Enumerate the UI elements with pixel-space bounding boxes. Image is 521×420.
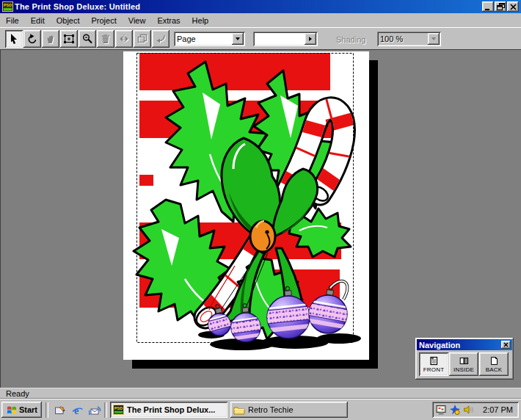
svg-text:e: e [73, 405, 78, 416]
item-select[interactable] [253, 32, 318, 46]
magnifier-icon [81, 33, 93, 45]
rotate-tool-button[interactable] [23, 30, 41, 48]
task-button-retro-techie[interactable]: Retro Techie [230, 402, 348, 418]
scheduler-icon[interactable] [449, 404, 461, 416]
close-icon [510, 4, 517, 10]
menu-bar: File Edit Object Project View Extras Hel… [0, 13, 521, 27]
task-button-print-shop[interactable]: PSD The Print Shop Delux... [110, 402, 227, 418]
shading-label: Shading [336, 35, 365, 44]
tray-clock[interactable]: 2:07 PM [483, 405, 513, 414]
hand-icon [45, 33, 57, 45]
page-select[interactable]: Page [174, 32, 245, 46]
zoom-frame-icon [63, 33, 75, 45]
minimize-icon [484, 4, 492, 10]
pointer-icon [8, 33, 20, 45]
desktop: { "window": { "title": "The Print Shop D… [0, 0, 521, 420]
shading-value: 100 % [377, 35, 428, 43]
task-label: The Print Shop Delux... [127, 405, 215, 414]
item-select-arrow-button[interactable] [305, 33, 316, 45]
trash-icon [100, 33, 112, 45]
revert-tool-button[interactable] [152, 30, 170, 48]
taskbar-separator [104, 402, 107, 418]
chevron-down-icon [236, 37, 240, 40]
system-tray: 2:07 PM [432, 402, 519, 418]
navigation-buttons: FRONT INSIDE BACK [419, 352, 509, 376]
quick-launch-show-desktop[interactable] [51, 403, 68, 418]
undo-icon [155, 33, 167, 45]
menu-item-object[interactable]: Object [51, 15, 86, 26]
magnifier-tool-button[interactable] [79, 30, 96, 48]
status-text: Ready [6, 389, 29, 398]
nav-back-button[interactable]: BACK [479, 352, 509, 376]
taskbar: Start e PSD The Print Shop Delux... [0, 399, 521, 420]
app-icon[interactable]: PSD [2, 1, 13, 12]
quick-launch-internet-explorer[interactable]: e [69, 403, 85, 418]
internet-explorer-icon: e [71, 405, 84, 417]
menu-item-extras[interactable]: Extras [151, 15, 186, 26]
title-bar[interactable]: PSD The Print Shop Deluxe: Untitled [0, 0, 521, 13]
zoom-frame-tool-button[interactable] [60, 30, 78, 48]
nav-front-button[interactable]: FRONT [419, 352, 448, 376]
menu-item-view[interactable]: View [123, 15, 152, 26]
quick-launch-outlook-express[interactable] [87, 403, 103, 418]
nav-inside-label: INSIDE [453, 366, 474, 373]
delete-tool-button[interactable] [97, 30, 114, 48]
nav-front-label: FRONT [423, 366, 445, 373]
task-label: Retro Techie [248, 405, 294, 414]
folder-icon [233, 405, 245, 415]
navigation-title-bar[interactable]: Navigation [417, 339, 512, 350]
status-bar: Ready [0, 388, 521, 399]
menu-item-edit[interactable]: Edit [25, 15, 51, 26]
page-select-value: Page [174, 35, 232, 43]
restore-button[interactable] [495, 1, 506, 12]
card-page[interactable] [123, 51, 369, 360]
card-front-icon [429, 356, 439, 366]
nav-inside-button[interactable]: INSIDE [449, 352, 478, 376]
minimize-button[interactable] [482, 1, 494, 12]
volume-icon[interactable] [463, 405, 474, 415]
navigation-palette[interactable]: Navigation FRONT INSIDE BACK [415, 338, 514, 380]
arrow-right-icon [309, 37, 312, 41]
windows-logo-icon [6, 405, 18, 415]
restore-icon [497, 3, 505, 10]
chevron-down-icon [431, 37, 436, 40]
page-select-dropdown-button[interactable] [232, 33, 244, 45]
flip-icon [118, 33, 130, 45]
print-shop-app-icon: PSD [113, 405, 124, 415]
display-icon[interactable] [435, 405, 447, 416]
flip-tool-button[interactable] [115, 30, 133, 48]
toolbar: Page Shading 100 % [0, 27, 521, 50]
pan-tool-button[interactable] [42, 30, 59, 48]
card-front-artwork[interactable] [123, 51, 369, 360]
start-button[interactable]: Start [1, 402, 42, 418]
jingle-bell [250, 221, 275, 252]
close-icon [503, 342, 509, 347]
svg-text:PSD: PSD [114, 406, 123, 410]
select-tool-button[interactable] [5, 30, 23, 48]
start-label: Start [19, 405, 37, 414]
rotate-icon [26, 33, 38, 45]
layer-tool-button[interactable] [134, 30, 151, 48]
close-button[interactable] [507, 1, 519, 12]
layers-icon [136, 33, 148, 45]
nav-back-label: BACK [486, 366, 503, 373]
document-workspace[interactable] [0, 49, 521, 388]
menu-item-project[interactable]: Project [86, 15, 123, 26]
taskbar-separator [45, 402, 48, 418]
menu-item-help[interactable]: Help [186, 15, 215, 26]
card-back-icon [489, 356, 499, 366]
svg-text:PSD: PSD [4, 3, 12, 7]
shading-select: 100 % [377, 32, 441, 46]
outlook-express-icon [89, 405, 101, 416]
menu-item-file[interactable]: File [0, 15, 25, 26]
card-inside-icon [459, 356, 469, 366]
show-desktop-icon [54, 405, 65, 416]
window-title: The Print Shop Deluxe: Untitled [15, 2, 140, 11]
navigation-close-button[interactable] [501, 341, 511, 349]
shading-dropdown-button [428, 33, 440, 45]
navigation-title: Navigation [419, 341, 501, 350]
